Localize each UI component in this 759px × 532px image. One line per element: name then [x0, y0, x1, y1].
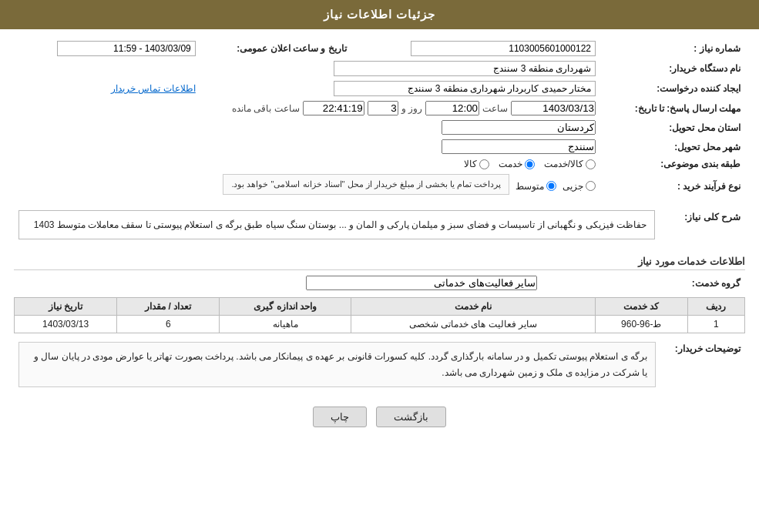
- print-button[interactable]: چاپ: [313, 407, 367, 427]
- tabaqe-label: طبقه بندی موضوعی:: [600, 156, 745, 172]
- shomara-niaz-input[interactable]: [411, 41, 596, 56]
- tabaqe-cell: کالا/خدمت خدمت کالا: [14, 156, 600, 172]
- col-vahed: واحد اندازه گیری: [220, 298, 351, 316]
- shomara-niaz-value: [356, 38, 600, 59]
- col-nam: نام خدمت: [351, 298, 595, 316]
- nooe-farayand-cell: جزیی متوسط پرداخت تمام یا بخشی از مبلغ خ…: [14, 172, 600, 200]
- mohlat-row: ساعت روز و ساعت باقی مانده: [14, 99, 600, 118]
- ijad-konande-cell: [200, 79, 600, 99]
- ostan-input[interactable]: [442, 120, 596, 135]
- cell-tedad: 6: [117, 316, 220, 333]
- col-kod: کد خدمت: [595, 298, 687, 316]
- tawzihat-cell: برگه ی استعلام پیوستی تکمیل و در سامانه …: [14, 340, 660, 397]
- saat-label: ساعت: [482, 103, 508, 114]
- cell-nam: سایر فعالیت های خدماتی شخصی: [351, 316, 595, 333]
- col-tarikh: تاریخ نیاز: [15, 298, 117, 316]
- back-button[interactable]: بازگشت: [376, 407, 446, 427]
- ostan-cell: [14, 118, 600, 137]
- cell-kod: ط-96-960: [595, 316, 687, 333]
- etelaat-tamas-cell: اطلاعات تماس خریدار: [14, 79, 200, 99]
- tarikh-input[interactable]: [511, 101, 596, 115]
- saat-input[interactable]: [425, 101, 479, 115]
- nam-dastgah-cell: [14, 59, 600, 79]
- cell-radif: 1: [687, 316, 744, 333]
- nooe-motavasset[interactable]: متوسط: [516, 181, 556, 192]
- khadamat-section-title: اطلاعات خدمات مورد نیاز: [14, 256, 745, 270]
- nooe-jozi[interactable]: جزیی: [563, 181, 596, 192]
- tarikh-saat-label: تاریخ و ساعت اعلان عمومی:: [200, 38, 356, 59]
- cell-vahed: ماهیانه: [220, 316, 351, 333]
- cell-tarikh: 1403/03/13: [15, 316, 117, 333]
- shahr-label: شهر محل تحویل:: [600, 137, 745, 156]
- shomara-niaz-label: شماره نیاز :: [600, 38, 745, 59]
- sharh-cell: حفاظت فیزیکی و نگهبانی از تاسیسات و فضای…: [14, 208, 660, 248]
- shahr-input[interactable]: [442, 139, 596, 154]
- tarikh-saat-value: [14, 38, 200, 59]
- gorooh-khadamat-input[interactable]: [306, 276, 537, 290]
- ostan-label: استان محل تحویل:: [600, 118, 745, 137]
- baqi-mande-label: ساعت باقی مانده: [232, 103, 300, 114]
- etelaat-tamas-link[interactable]: اطلاعات تماس خریدار: [111, 83, 196, 94]
- buttons-row: بازگشت چاپ: [14, 407, 745, 427]
- sharh-label: شرح کلی نیاز:: [660, 208, 745, 248]
- tabaqe-kala[interactable]: کالا: [464, 159, 489, 169]
- col-radif: ردیف: [687, 298, 744, 316]
- services-table: ردیف کد خدمت نام خدمت واحد اندازه گیری ت…: [14, 297, 745, 333]
- tabaqe-khadamat[interactable]: خدمت: [499, 159, 535, 169]
- page-title: جزئیات اطلاعات نیاز: [0, 0, 759, 29]
- nam-dastgah-input[interactable]: [334, 61, 596, 76]
- rooz-input[interactable]: [368, 101, 398, 115]
- ijad-konande-input[interactable]: [334, 81, 596, 96]
- mohlat-label: مهلت ارسال پاسخ: تا تاریخ:: [600, 99, 745, 118]
- baqi-mande-input[interactable]: [303, 101, 364, 115]
- tawzihat-box: برگه ی استعلام پیوستی تکمیل و در سامانه …: [18, 342, 656, 387]
- tawzihat-label: توضیحات خریدار:: [660, 340, 745, 397]
- sharh-box: حفاظت فیزیکی و نگهبانی از تاسیسات و فضای…: [18, 210, 655, 239]
- nooe-farayand-notice: پرداخت تمام یا بخشی از مبلغ خریدار از مح…: [223, 174, 509, 195]
- gorooh-khadamat-label: گروه خدمت:: [542, 273, 745, 293]
- nam-dastgah-label: نام دستگاه خریدار:: [600, 59, 745, 79]
- table-row: 1 ط-96-960 سایر فعالیت های خدماتی شخصی م…: [15, 316, 745, 333]
- ijad-konande-label: ایجاد کننده درخواست:: [600, 79, 745, 99]
- rooz-label: روز و: [401, 103, 422, 114]
- tabaqe-kala-khadamat[interactable]: کالا/خدمت: [544, 159, 596, 169]
- gorooh-khadamat-cell: [14, 273, 542, 293]
- col-tedad: تعداد / مقدار: [117, 298, 220, 316]
- nooe-farayand-label: نوع فرآیند خرید :: [600, 172, 745, 200]
- tarikh-saat-input[interactable]: [57, 41, 196, 56]
- shahr-cell: [14, 137, 600, 156]
